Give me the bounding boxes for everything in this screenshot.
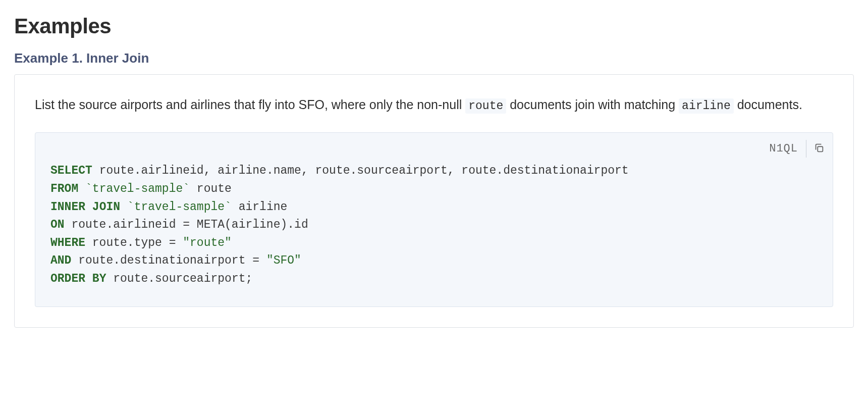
code-string: "route" bbox=[183, 236, 232, 249]
code-text: airline bbox=[232, 200, 287, 214]
doc-page: Examples Example 1. Inner Join List the … bbox=[0, 0, 868, 348]
copy-button[interactable] bbox=[806, 140, 825, 157]
kw-by: BY bbox=[92, 272, 106, 285]
kw-on: ON bbox=[50, 218, 65, 231]
desc-text: List the source airports and airlines th… bbox=[35, 97, 465, 112]
code-text: route.destinationairport = bbox=[71, 254, 266, 267]
code-string: "SFO" bbox=[266, 254, 301, 267]
code-block: N1QL SELECT route.airlineid, airline.nam… bbox=[35, 132, 833, 306]
code-text: route.airlineid = META(airline).id bbox=[65, 218, 308, 231]
code-language-badge: N1QL bbox=[769, 140, 806, 158]
kw-join: JOIN bbox=[92, 200, 120, 214]
code-string: `travel-sample` bbox=[120, 200, 232, 214]
kw-select: SELECT bbox=[50, 164, 92, 177]
kw-inner: INNER bbox=[50, 200, 85, 214]
code-content[interactable]: SELECT route.airlineid, airline.name, ro… bbox=[50, 162, 818, 288]
inline-code-route: route bbox=[465, 98, 506, 114]
kw-order: ORDER bbox=[50, 272, 85, 285]
section-title: Examples bbox=[14, 14, 854, 38]
example-panel: List the source airports and airlines th… bbox=[14, 74, 854, 328]
inline-code-airline: airline bbox=[679, 98, 734, 114]
desc-text: documents join with matching bbox=[506, 97, 679, 112]
code-text: route bbox=[190, 182, 232, 195]
example-description: List the source airports and airlines th… bbox=[35, 94, 833, 116]
kw-where: WHERE bbox=[50, 236, 85, 249]
code-string: `travel-sample` bbox=[78, 182, 190, 195]
desc-text: documents. bbox=[734, 97, 802, 112]
example-label: Example 1. Inner Join bbox=[14, 50, 854, 66]
kw-and: AND bbox=[50, 254, 71, 267]
code-header: N1QL bbox=[769, 140, 825, 158]
copy-icon bbox=[813, 142, 825, 155]
code-text: route.sourceairport; bbox=[106, 272, 252, 285]
code-text: route.type = bbox=[85, 236, 183, 249]
kw-from: FROM bbox=[50, 182, 78, 195]
svg-rect-0 bbox=[818, 147, 823, 152]
code-text: route.airlineid, airline.name, route.sou… bbox=[92, 164, 629, 177]
